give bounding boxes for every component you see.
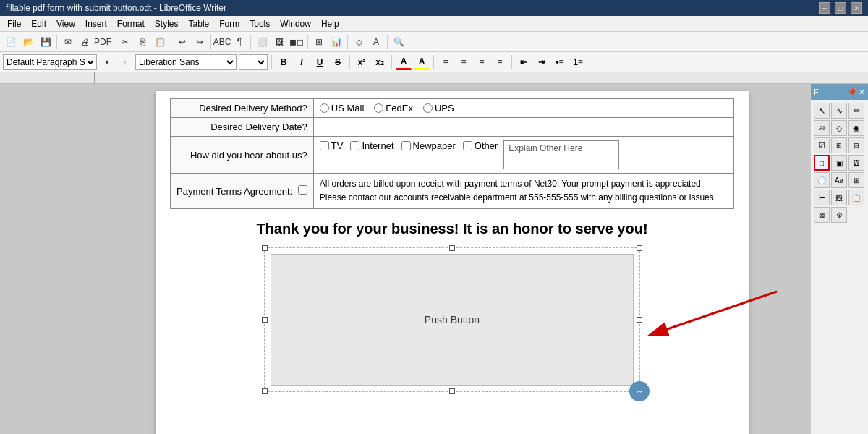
radio-fedex[interactable]: FedEx <box>374 103 413 114</box>
text-field-icon[interactable]: Aa <box>831 172 847 188</box>
radio-button-icon[interactable]: ◉ <box>848 120 864 136</box>
checkbox-other[interactable]: Other <box>463 140 498 151</box>
spellcheck-button[interactable]: ABC <box>214 34 230 50</box>
align-center-button[interactable]: ≡ <box>456 54 472 70</box>
fontwork-button[interactable]: A <box>368 34 384 50</box>
menu-format[interactable]: Format <box>113 17 149 30</box>
email-button[interactable]: ✉ <box>60 34 76 50</box>
delivery-date-value[interactable] <box>313 118 733 137</box>
align-justify-button[interactable]: ≡ <box>492 54 508 70</box>
checkbox-tv[interactable]: TV <box>320 140 344 151</box>
payment-agreement-checkbox[interactable] <box>298 185 307 195</box>
checkbox-newspaper-input[interactable] <box>401 141 411 150</box>
checkbox-other-input[interactable] <box>463 141 472 150</box>
align-left-button[interactable]: ≡ <box>438 54 454 70</box>
insert-chart-button[interactable]: 📊 <box>328 34 344 50</box>
image-form-icon[interactable]: 🖼 <box>848 155 864 171</box>
button-form-icon[interactable]: □ <box>814 155 830 171</box>
undo-button[interactable]: ↩ <box>174 34 190 50</box>
insert-table-button[interactable]: ⊞ <box>311 34 327 50</box>
indent-button[interactable]: ⇥ <box>534 54 550 70</box>
style-down-icon[interactable]: ▼ <box>99 54 115 70</box>
explain-other-box[interactable]: Explain Other Here <box>503 140 619 169</box>
menu-window[interactable]: Window <box>276 17 315 30</box>
gear-form-icon[interactable]: ⚙ <box>831 207 847 223</box>
menu-form[interactable]: Form <box>215 17 244 30</box>
handle-bottom-left[interactable] <box>262 388 268 394</box>
link-form-icon[interactable]: ⊠ <box>814 207 830 223</box>
paragraph-style-select[interactable]: Default Paragraph Style <box>3 54 97 70</box>
frame-button[interactable]: ⬜ <box>254 34 270 50</box>
cut-button[interactable]: ✂ <box>117 34 133 50</box>
radio-usmail-input[interactable] <box>320 103 329 113</box>
superscript-button[interactable]: x² <box>354 54 370 70</box>
radio-fedex-input[interactable] <box>374 103 383 113</box>
redo-button[interactable]: ↪ <box>192 34 208 50</box>
nonprinting-button[interactable]: ¶ <box>231 34 247 50</box>
line-chart-icon[interactable]: ∿ <box>831 103 847 119</box>
font-size-select[interactable] <box>239 54 268 70</box>
table-form-icon[interactable]: ⊞ <box>831 137 847 153</box>
align-right-button[interactable]: ≡ <box>474 54 490 70</box>
radio-ups-input[interactable] <box>423 103 433 113</box>
checkbox-internet-input[interactable] <box>350 141 359 150</box>
resize-handle-circle[interactable]: ↔ <box>629 381 650 401</box>
checkbox-form-icon[interactable]: ☑ <box>814 137 830 153</box>
step-form-icon[interactable]: ⊢ <box>814 190 830 205</box>
new-button[interactable]: 📄 <box>3 34 19 50</box>
text-ai-icon[interactable]: AI <box>814 120 830 136</box>
minimize-button[interactable]: ─ <box>819 2 830 14</box>
handle-middle-left[interactable] <box>262 317 268 323</box>
sidebar-pin-icon[interactable]: 📌 <box>847 88 857 97</box>
subscript-button[interactable]: x₂ <box>372 54 388 70</box>
document-area[interactable]: Desired Delivery Method? US Mail FedEx <box>94 84 810 434</box>
window-controls[interactable]: ─ □ ✕ <box>819 2 862 14</box>
delivery-date-input[interactable] <box>320 122 728 132</box>
checkbox-tv-input[interactable] <box>320 141 329 150</box>
save-button[interactable]: 💾 <box>38 34 54 50</box>
print-button[interactable]: 🖨 <box>77 34 93 50</box>
menu-edit[interactable]: Edit <box>27 17 51 30</box>
image-button[interactable]: 🖼 <box>271 34 287 50</box>
diamond-icon[interactable]: ◇ <box>831 120 847 136</box>
cursor-icon[interactable]: ↖ <box>814 103 830 119</box>
doc-form-icon[interactable]: 📋 <box>848 190 864 205</box>
maximize-button[interactable]: □ <box>835 2 846 14</box>
bullets-button[interactable]: •≡ <box>552 54 568 70</box>
strikethrough-button[interactable]: S <box>330 54 346 70</box>
handle-bottom-middle[interactable] <box>449 388 455 394</box>
italic-button[interactable]: I <box>294 54 310 70</box>
menu-tools[interactable]: Tools <box>245 17 274 30</box>
copy-button[interactable]: ⎘ <box>135 34 150 50</box>
handle-top-left[interactable] <box>262 245 268 251</box>
draw-button[interactable]: ◇ <box>351 34 367 50</box>
menu-table[interactable]: Table <box>184 17 214 30</box>
underline-button[interactable]: U <box>312 54 328 70</box>
style-update-icon[interactable]: ↑ <box>117 54 133 70</box>
sidebar-close-icon[interactable]: ✕ <box>859 88 865 97</box>
pencil-icon[interactable]: ✏ <box>848 103 864 119</box>
menu-styles[interactable]: Styles <box>150 17 183 30</box>
button2-form-icon[interactable]: ▣ <box>831 155 847 171</box>
list-form-icon[interactable]: ⊟ <box>848 137 864 153</box>
menu-view[interactable]: View <box>52 17 80 30</box>
font-color-button[interactable]: A <box>396 54 412 70</box>
find-button[interactable]: 🔍 <box>391 34 407 50</box>
photo-icon[interactable]: 🖼 <box>831 190 847 205</box>
grid-form-icon[interactable]: ⊞ <box>848 172 864 188</box>
checkbox-newspaper[interactable]: Newpaper <box>401 140 456 151</box>
radio-ups[interactable]: UPS <box>423 103 454 114</box>
gallery-button[interactable]: ◼◻ <box>289 34 305 50</box>
push-button[interactable]: Push Button <box>271 254 634 386</box>
font-select[interactable]: Liberation Sans <box>135 54 237 70</box>
close-button[interactable]: ✕ <box>851 2 862 14</box>
handle-middle-right[interactable] <box>637 317 642 323</box>
bold-button[interactable]: B <box>276 54 292 70</box>
radio-usmail[interactable]: US Mail <box>320 103 365 114</box>
pdf-button[interactable]: PDF <box>95 34 111 50</box>
handle-top-middle[interactable] <box>449 245 455 251</box>
handle-top-right[interactable] <box>637 245 642 251</box>
highlight-button[interactable]: A <box>414 54 430 70</box>
outdent-button[interactable]: ⇤ <box>516 54 532 70</box>
paste-button[interactable]: 📋 <box>152 34 168 50</box>
